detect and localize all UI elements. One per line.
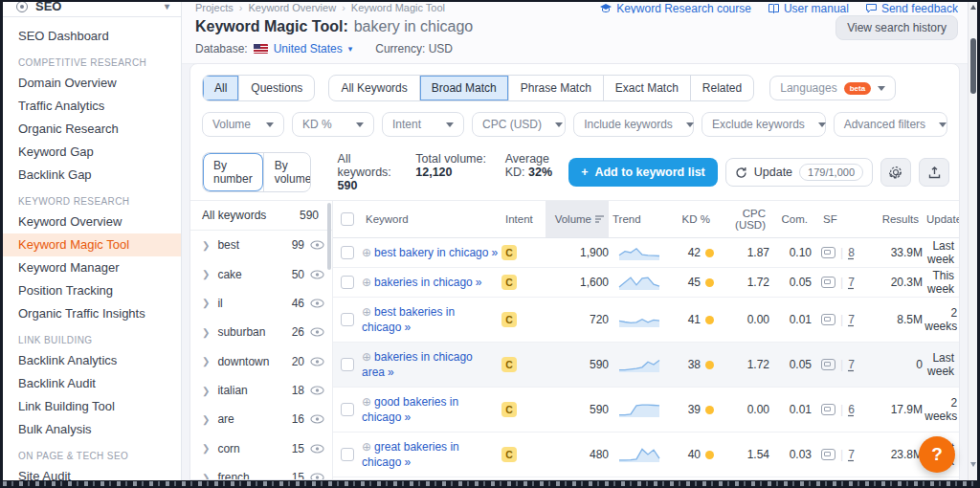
sidebar-item-keyword-overview[interactable]: Keyword Overview (3, 211, 181, 233)
row-checkbox[interactable] (341, 403, 354, 416)
keyword-group-row[interactable]: ❯ best 99 (190, 231, 332, 259)
keyword-group-row[interactable]: ❯ downtown 20 (190, 347, 332, 376)
filter-dropdown[interactable]: Include keywords (573, 112, 694, 137)
refresh-icon[interactable] (959, 449, 960, 461)
scroll-down-arrow-icon[interactable] (970, 462, 976, 467)
serp-features-count[interactable]: 7 (848, 276, 855, 289)
eye-icon[interactable] (310, 357, 324, 366)
user-manual-link[interactable]: User manual (768, 2, 849, 13)
row-checkbox[interactable] (341, 313, 354, 326)
sidebar-item-backlink-analytics[interactable]: Backlink Analytics (3, 349, 181, 372)
table-settings-button[interactable] (880, 158, 911, 187)
export-button[interactable] (919, 158, 949, 187)
add-keyword-icon[interactable]: ⊕ (362, 246, 371, 259)
col-sf[interactable]: SF (812, 207, 865, 232)
sidebar-item-backlink-gap[interactable]: Backlink Gap (3, 164, 181, 187)
serp-features-count[interactable]: 7 (848, 358, 855, 371)
breadcrumb-item[interactable]: Keyword Magic Tool (351, 2, 445, 13)
eye-icon[interactable] (310, 414, 324, 424)
row-checkbox[interactable] (341, 276, 354, 289)
add-keyword-icon[interactable]: ⊕ (362, 350, 371, 364)
groups-header[interactable]: All keywords 590 (190, 201, 332, 231)
scroll-up-arrow-icon[interactable] (970, 5, 976, 10)
sidebar-item-domain-overview[interactable]: Domain Overview (3, 72, 181, 95)
breadcrumb-item[interactable]: Keyword Overview (248, 2, 336, 13)
sidebar-item-organic-research[interactable]: Organic Research (3, 118, 181, 141)
filter-tab[interactable]: Related (690, 76, 753, 100)
send-feedback-link[interactable]: Send feedback (866, 2, 958, 13)
eye-icon[interactable] (310, 473, 324, 480)
col-com[interactable]: Com. (769, 207, 812, 232)
expand-keyword-icon[interactable]: » (388, 366, 394, 379)
filter-tab[interactable]: All (203, 76, 238, 100)
filter-dropdown[interactable]: KD % (292, 112, 374, 137)
sidebar-item-keyword-gap[interactable]: Keyword Gap (3, 141, 181, 164)
sidebar-item-keyword-magic-tool[interactable]: Keyword Magic Tool (3, 233, 181, 256)
eye-icon[interactable] (310, 444, 324, 454)
keyword-link[interactable]: bakeries in chicago area (362, 350, 473, 379)
sidebar-item-seo-dashboard[interactable]: SEO Dashboard (3, 25, 181, 48)
expand-keyword-icon[interactable]: » (404, 410, 411, 424)
keyword-group-row[interactable]: ❯ cake 50 (190, 259, 332, 288)
expand-keyword-icon[interactable]: » (476, 276, 482, 289)
filter-dropdown[interactable]: CPC (USD) (472, 112, 566, 137)
eye-icon[interactable] (310, 299, 324, 308)
filter-tab[interactable]: Phrase Match (508, 76, 603, 100)
eye-icon[interactable] (310, 386, 324, 395)
keyword-group-row[interactable]: ❯ corn 15 (190, 434, 332, 463)
keyword-group-row[interactable]: ❯ french 15 (190, 463, 332, 480)
add-keyword-icon[interactable]: ⊕ (362, 440, 371, 454)
col-updated[interactable]: Updated (923, 207, 960, 232)
col-volume[interactable]: Volume (546, 201, 609, 237)
select-all-checkbox[interactable] (341, 212, 354, 226)
row-checkbox[interactable] (341, 246, 354, 259)
sort-toggle-option[interactable]: By number (203, 153, 263, 191)
eye-icon[interactable] (310, 240, 324, 250)
filter-tab[interactable]: Questions (238, 76, 314, 100)
scrollbar-thumb[interactable] (970, 38, 976, 94)
sidebar-item-keyword-manager[interactable]: Keyword Manager (3, 256, 181, 279)
keyword-group-row[interactable]: ❯ italian 18 (190, 376, 332, 405)
col-results[interactable]: Results (865, 207, 923, 232)
add-to-keyword-list-button[interactable]: + Add to keyword list (568, 158, 718, 187)
refresh-icon[interactable] (959, 359, 960, 371)
sidebar-item-link-building-tool[interactable]: Link Building Tool (3, 395, 181, 418)
sidebar-item-backlink-audit[interactable]: Backlink Audit (3, 372, 181, 395)
sidebar-item-organic-traffic-insights[interactable]: Organic Traffic Insights (3, 302, 181, 325)
page-scrollbar[interactable] (968, 2, 977, 480)
serp-features-count[interactable]: 8 (848, 246, 855, 259)
serp-features-count[interactable]: 7 (848, 448, 855, 461)
sidebar-item-traffic-analytics[interactable]: Traffic Analytics (3, 95, 181, 118)
add-keyword-icon[interactable]: ⊕ (362, 276, 371, 289)
keyword-group-row[interactable]: ❯ il 46 (190, 289, 332, 318)
filter-dropdown[interactable]: Advanced filters (834, 112, 947, 137)
update-button[interactable]: Update 179/1,000 (725, 158, 873, 187)
expand-keyword-icon[interactable]: » (491, 246, 498, 259)
chevron-down-icon[interactable]: ▾ (348, 44, 353, 54)
add-keyword-icon[interactable]: ⊕ (362, 305, 371, 319)
col-kd[interactable]: KD % (662, 207, 714, 232)
eye-icon[interactable] (310, 270, 324, 279)
row-checkbox[interactable] (341, 448, 354, 461)
filter-tab[interactable]: Exact Match (603, 76, 690, 100)
sidebar-item-position-tracking[interactable]: Position Tracking (3, 279, 181, 302)
groups-scrollbar[interactable] (327, 203, 331, 270)
col-trend[interactable]: Trend (609, 207, 662, 232)
expand-keyword-icon[interactable]: » (404, 321, 411, 334)
help-button[interactable]: ? (919, 436, 955, 473)
filter-tab[interactable]: Broad Match (419, 76, 508, 100)
filter-tab[interactable]: All Keywords (329, 76, 418, 100)
sort-toggle-option[interactable]: By volume (263, 153, 311, 191)
filter-dropdown[interactable]: Exclude keywords (702, 112, 826, 137)
filter-dropdown[interactable]: Intent (382, 112, 464, 137)
serp-features-count[interactable]: 6 (848, 403, 855, 416)
refresh-icon[interactable] (959, 247, 960, 259)
keyword-link[interactable]: bakeries in chicago (374, 276, 473, 289)
add-keyword-icon[interactable]: ⊕ (362, 395, 371, 409)
seo-section-selector[interactable]: SEO ▾ (3, 2, 181, 17)
filter-dropdown[interactable]: Volume (202, 112, 284, 137)
col-cpc[interactable]: CPC (USD) (714, 201, 769, 237)
col-intent[interactable]: Intent (501, 207, 546, 232)
keyword-group-row[interactable]: ❯ suburban 26 (190, 318, 332, 346)
serp-features-count[interactable]: 7 (848, 313, 855, 326)
